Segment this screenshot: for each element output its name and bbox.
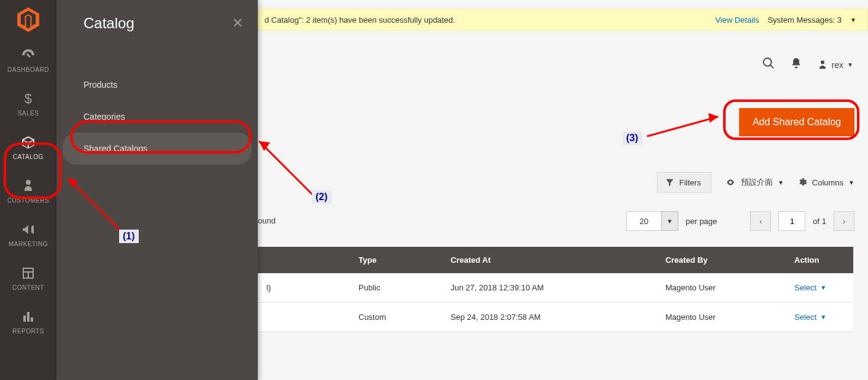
annotation-label-3: (3): [622, 131, 642, 145]
sidebar-label: CONTENT: [12, 284, 44, 291]
add-shared-catalog-button[interactable]: Add Shared Catalog: [739, 108, 854, 136]
col-created-at[interactable]: Created At: [442, 247, 657, 273]
records-found: ound: [258, 216, 276, 225]
sidebar-label: CUSTOMERS: [7, 197, 49, 204]
bullhorn-icon: [20, 222, 36, 237]
chevron-down-icon: ▼: [820, 314, 826, 320]
sidebar-label: MARKETING: [9, 241, 48, 247]
chevron-down-icon: ▼: [661, 211, 678, 231]
page-number-input[interactable]: [778, 211, 805, 231]
page-size-select[interactable]: 20 ▼: [626, 211, 678, 231]
next-page-button[interactable]: ›: [834, 211, 854, 231]
sidebar-label: REPORTS: [12, 328, 44, 335]
svg-marker-3: [259, 141, 270, 151]
annotation-arrow-3: [641, 106, 727, 142]
flyout-item-categories[interactable]: Categories: [56, 101, 258, 133]
funnel-icon: [665, 177, 675, 187]
cell-type: Public: [350, 273, 442, 303]
sidebar-item-customers[interactable]: CUSTOMERS: [0, 170, 56, 214]
system-messages-count: System Messages: 3: [767, 15, 842, 25]
filters-button[interactable]: Filters: [657, 172, 711, 193]
default-view-button[interactable]: 預設介面 ▼: [725, 177, 784, 188]
prev-page-button[interactable]: ‹: [750, 211, 771, 231]
cell-name: [258, 303, 350, 332]
svg-marker-5: [708, 113, 718, 123]
columns-label: Columns: [812, 178, 843, 187]
table-header-row: Type Created At Created By Action: [258, 247, 853, 273]
table-row[interactable]: Custom Sep 24, 2018 2:07:58 AM Magento U…: [258, 303, 853, 332]
layout-icon: [20, 266, 36, 281]
flyout-item-products[interactable]: Products: [56, 69, 258, 101]
chevron-down-icon[interactable]: ▼: [850, 17, 856, 23]
view-details-link[interactable]: View Details: [715, 15, 759, 25]
cell-created-at: Sep 24, 2018 2:07:58 AM: [442, 303, 657, 332]
box-icon: [20, 135, 36, 150]
sidebar-item-content[interactable]: CONTENT: [0, 257, 56, 301]
cell-name: l): [258, 273, 350, 303]
default-view-label: 預設介面: [741, 177, 773, 188]
select-label: Select: [794, 283, 816, 292]
filters-label: Filters: [680, 178, 701, 187]
cell-type: Custom: [350, 303, 442, 332]
bell-icon[interactable]: [790, 57, 802, 72]
annotation-label-2: (2): [312, 190, 331, 204]
cell-action: Select ▼: [786, 273, 853, 303]
chevron-down-icon: ▼: [847, 61, 853, 68]
sidebar-label: CATALOG: [13, 153, 44, 160]
of-total: of 1: [813, 217, 826, 226]
sysbar-message: d Catalog": 2 item(s) have been successf…: [265, 15, 455, 25]
close-icon[interactable]: ✕: [232, 15, 243, 31]
select-action-link[interactable]: Select ▼: [794, 283, 845, 292]
bars-icon: [20, 309, 36, 324]
system-message-bar: d Catalog": 2 item(s) have been successf…: [258, 9, 868, 31]
sidebar-item-marketing[interactable]: MARKETING: [0, 214, 56, 257]
sysbar-right: View Details System Messages: 3 ▼: [715, 15, 856, 25]
user-menu[interactable]: rex ▼: [817, 60, 853, 71]
cell-created-by: Magento User: [657, 303, 786, 332]
magento-logo-icon: [17, 7, 39, 32]
magento-logo[interactable]: [0, 0, 56, 39]
person-icon: [817, 60, 828, 71]
annotation-label-1: (1): [119, 230, 139, 243]
pager: 20 ▼ per page ‹ of 1 ›: [626, 211, 854, 231]
col-type[interactable]: Type: [350, 247, 442, 273]
catalog-flyout: Catalog ✕ Products Categories Shared Cat…: [56, 0, 258, 380]
col-action: Action: [786, 247, 853, 273]
cell-created-by: Magento User: [657, 273, 786, 303]
cell-created-at: Jun 27, 2018 12:39:10 AM: [442, 273, 657, 303]
shared-catalogs-grid: Type Created At Created By Action l) Pub…: [258, 247, 853, 332]
svg-line-4: [647, 117, 718, 136]
flyout-item-shared-catalogs[interactable]: Shared Catalogs: [63, 133, 252, 165]
chevron-down-icon: ▼: [778, 179, 784, 186]
page-size-value: 20: [626, 211, 662, 231]
columns-button[interactable]: Columns ▼: [797, 177, 854, 187]
col-name[interactable]: [258, 247, 350, 273]
grid-toolbar: Filters 預設介面 ▼ Columns ▼: [258, 172, 854, 193]
table-row[interactable]: l) Public Jun 27, 2018 12:39:10 AM Magen…: [258, 273, 853, 303]
username: rex: [832, 60, 843, 70]
sidebar-item-dashboard[interactable]: DASHBOARD: [0, 39, 56, 83]
dollar-icon: $: [20, 91, 36, 106]
select-label: Select: [794, 312, 816, 322]
cell-action: Select ▼: [786, 303, 853, 332]
gear-icon: [797, 177, 807, 187]
sidebar-label: DASHBOARD: [7, 66, 49, 73]
chevron-down-icon: ▼: [848, 179, 854, 186]
sidebar-item-catalog[interactable]: CATALOG: [0, 126, 56, 170]
sidebar-item-sales[interactable]: $ SALES: [0, 83, 56, 126]
flyout-header: Catalog ✕: [56, 0, 258, 47]
col-created-by[interactable]: Created By: [657, 247, 786, 273]
search-icon[interactable]: [762, 56, 775, 73]
person-icon: [20, 179, 36, 193]
select-action-link[interactable]: Select ▼: [794, 312, 845, 322]
header-actions: rex ▼: [762, 56, 853, 73]
per-page-label: per page: [686, 217, 717, 226]
flyout-title: Catalog: [83, 15, 134, 32]
flyout-list: Products Categories Shared Catalogs: [56, 69, 258, 165]
chevron-down-icon: ▼: [820, 284, 826, 291]
dashboard-icon: [20, 48, 36, 63]
sidebar-label: SALES: [18, 110, 39, 117]
sidebar-item-reports[interactable]: REPORTS: [0, 301, 56, 344]
left-nav-rail: DASHBOARD $ SALES CATALOG CUSTOMERS MARK…: [0, 0, 56, 380]
eye-icon: [725, 178, 736, 187]
